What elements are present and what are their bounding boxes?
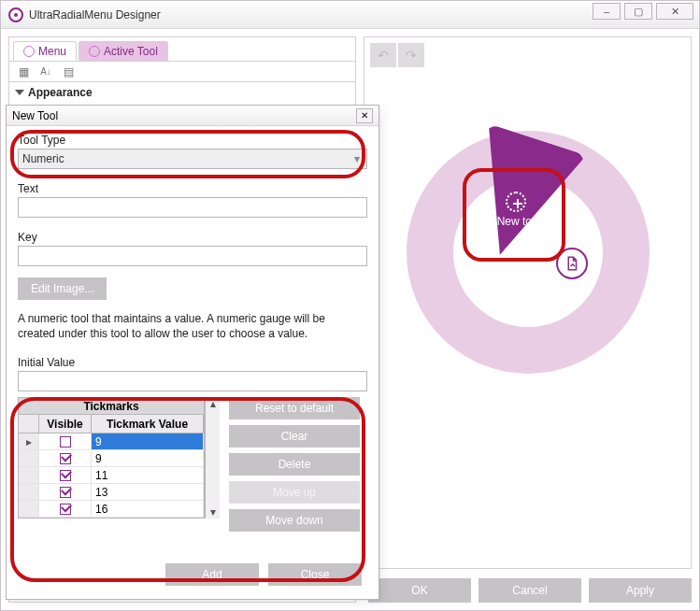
redo-button[interactable]: ↷ [398,43,424,67]
checkbox[interactable] [60,487,71,498]
row-indicator [19,450,39,466]
property-toolbar: ▦ A↓ ▤ [9,62,355,82]
wedge-label: New tool [481,215,556,228]
apply-button[interactable]: Apply [589,578,692,603]
categorize-icon[interactable]: ▦ [15,64,32,80]
checkbox[interactable] [60,453,71,464]
scroll-up-icon[interactable]: ▴ [210,397,216,410]
initial-value-input[interactable] [18,371,367,391]
text-input[interactable] [18,197,367,218]
checkbox[interactable] [60,436,71,448]
clear-button[interactable]: Clear [229,425,360,448]
undo-button[interactable]: ↶ [370,43,396,67]
minimize-button[interactable]: – [593,3,621,20]
preview-area: ↶ ↷ New tool [364,36,692,569]
dialog-close-button[interactable]: ✕ [356,108,373,123]
dialog-close-footer-button[interactable]: Close [268,563,362,586]
initial-value-label: Initial Value [18,356,367,369]
tab-active-tool[interactable]: Active Tool [79,41,168,61]
tab-menu[interactable]: Menu [13,41,77,61]
col-value[interactable]: Tickmark Value [92,415,204,433]
tool-type-input[interactable] [18,149,367,169]
props-icon[interactable]: ▤ [60,64,77,80]
col-visible[interactable]: Visible [39,415,92,433]
cell-value[interactable]: 11 [92,467,204,483]
scroll-down-icon[interactable]: ▾ [210,505,216,519]
right-pane: ↶ ↷ New tool OK Cancel Apply [364,36,692,603]
tabstrip: Menu Active Tool [9,37,355,62]
row-indicator [19,501,39,517]
tickmarks-grid[interactable]: Tickmarks Visible Tickmark Value ▸991113… [18,397,205,519]
row-indicator [19,467,39,483]
category-label: Appearance [28,86,93,99]
table-row[interactable]: 13 [19,484,204,501]
cell-value[interactable]: 9 [92,450,204,466]
row-header-stub [19,415,39,433]
grid-header: Visible Tickmark Value [19,415,204,433]
target-icon [23,46,35,57]
add-button[interactable]: Add [165,563,259,586]
close-button[interactable]: ✕ [656,3,693,20]
cell-value[interactable]: 13 [92,484,204,500]
checkbox[interactable] [60,504,71,515]
dialog-title: New Tool [12,109,58,122]
key-label: Key [18,231,367,244]
new-tool-dialog: New Tool ✕ Tool Type ▾ Text Key Edit Ima… [6,105,379,600]
titlebar[interactable]: UltraRadialMenu Designer – ▢ ✕ [1,1,699,29]
delete-button[interactable]: Delete [229,453,360,476]
row-indicator [19,484,39,500]
cell-value[interactable]: 9 [92,433,204,449]
dialog-titlebar[interactable]: New Tool ✕ [7,106,379,126]
edit-image-button[interactable]: Edit Image... [18,277,107,300]
tool-type-combo[interactable]: ▾ [18,149,367,169]
reset-button[interactable]: Reset to default [229,397,360,419]
cancel-button[interactable]: Cancel [479,578,581,603]
table-row[interactable]: ▸9 [19,433,204,450]
cell-value[interactable]: 16 [92,501,204,517]
key-input[interactable] [18,246,367,266]
tab-label: Active Tool [104,45,158,58]
table-row[interactable]: 11 [19,467,204,484]
table-row[interactable]: 9 [19,450,204,467]
checkbox[interactable] [60,470,71,481]
text-label: Text [18,182,367,195]
child-tool-button[interactable] [556,248,588,279]
expand-icon [15,90,24,95]
target-icon [89,46,100,57]
app-icon [8,7,23,22]
cell-visible[interactable] [39,501,92,517]
grid-title: Tickmarks [19,398,204,415]
cell-visible[interactable] [39,433,92,449]
document-icon [564,255,580,272]
tool-description: A numeric tool that maintains a value. A… [18,311,336,341]
move-up-button[interactable]: Move up [229,481,360,504]
cell-visible[interactable] [39,484,92,500]
row-indicator: ▸ [19,433,39,449]
maximize-button[interactable]: ▢ [624,3,652,20]
table-row[interactable]: 16 [19,501,204,518]
dialog-buttons: OK Cancel Apply [364,578,692,603]
cell-visible[interactable] [39,467,92,483]
grid-scrollbar[interactable]: ▴ ▾ [205,397,220,519]
ok-button[interactable]: OK [368,578,471,603]
tab-label: Menu [38,45,66,58]
cell-visible[interactable] [39,450,92,466]
move-down-button[interactable]: Move down [229,509,360,532]
sort-az-icon[interactable]: A↓ [37,64,54,80]
category-appearance[interactable]: Appearance [17,86,348,99]
tool-type-label: Tool Type [18,134,367,147]
add-icon [506,192,526,212]
property-list: Appearance [9,82,355,103]
